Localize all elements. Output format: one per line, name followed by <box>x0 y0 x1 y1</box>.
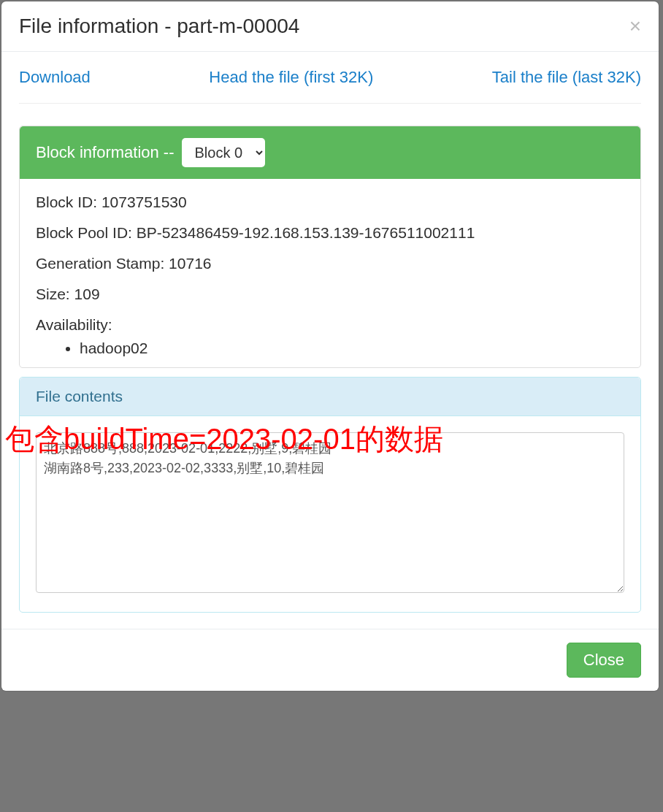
generation-stamp-label: Generation Stamp: <box>36 255 164 272</box>
availability-node: hadoop02 <box>80 340 624 357</box>
file-info-modal: File information - part-m-00004 × Downlo… <box>1 1 659 691</box>
block-id-line: Block ID: 1073751530 <box>36 194 624 211</box>
generation-stamp-line: Generation Stamp: 10716 <box>36 255 624 272</box>
file-contents-body <box>20 416 640 612</box>
size-label: Size: <box>36 286 70 302</box>
close-button[interactable]: Close <box>567 643 641 678</box>
block-info-body: Block ID: 1073751530 Block Pool ID: BP-5… <box>20 179 640 367</box>
action-links-row: Download Head the file (first 32K) Tail … <box>19 68 641 104</box>
block-pool-id-label: Block Pool ID: <box>36 224 132 241</box>
block-info-panel: Block information -- Block 0 Block ID: 1… <box>19 126 641 368</box>
generation-stamp-value: 10716 <box>169 255 211 272</box>
download-link[interactable]: Download <box>19 68 91 87</box>
size-value: 109 <box>74 286 100 302</box>
size-line: Size: 109 <box>36 286 624 303</box>
block-pool-id-value: BP-523486459-192.168.153.139-16765110021… <box>137 224 475 241</box>
block-id-label: Block ID: <box>36 194 97 210</box>
block-info-heading: Block information -- Block 0 <box>20 126 640 179</box>
tail-file-link[interactable]: Tail the file (last 32K) <box>492 68 641 87</box>
modal-header: File information - part-m-00004 × <box>1 1 659 52</box>
block-select[interactable]: Block 0 <box>182 138 265 167</box>
availability-label: Availability: <box>36 316 112 333</box>
modal-body: Download Head the file (first 32K) Tail … <box>1 52 659 629</box>
block-info-heading-label: Block information -- <box>36 143 175 162</box>
availability-line: Availability: <box>36 316 624 334</box>
block-pool-id-line: Block Pool ID: BP-523486459-192.168.153.… <box>36 224 624 242</box>
availability-list: hadoop02 <box>36 340 624 357</box>
modal-footer: Close <box>1 629 659 691</box>
block-id-value: 1073751530 <box>101 194 187 210</box>
file-contents-heading: File contents <box>20 378 640 416</box>
close-icon[interactable]: × <box>629 16 641 37</box>
file-contents-textarea[interactable] <box>36 432 624 593</box>
file-contents-panel: File contents <box>19 377 641 613</box>
modal-title: File information - part-m-00004 <box>19 15 299 38</box>
head-file-link[interactable]: Head the file (first 32K) <box>209 68 373 87</box>
